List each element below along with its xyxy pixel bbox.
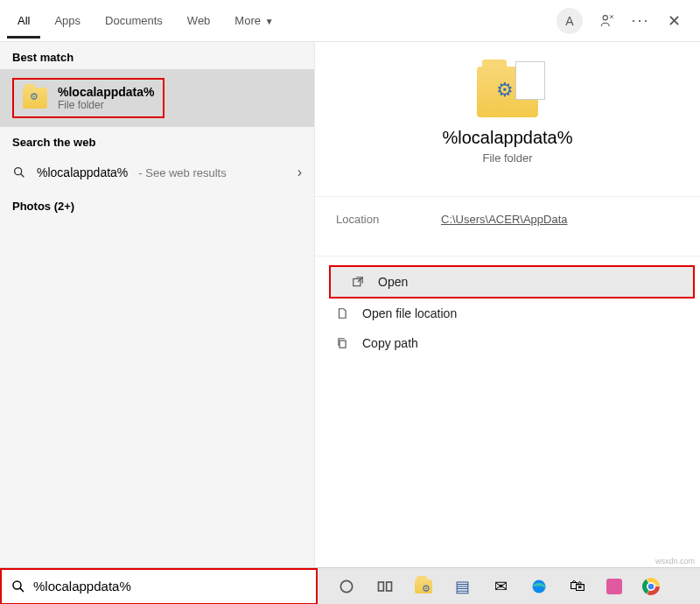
copy-path-label: Copy path	[362, 336, 418, 350]
svg-line-2	[21, 174, 24, 178]
svg-line-6	[20, 587, 24, 591]
photos-label[interactable]: Photos (2+)	[0, 191, 314, 218]
tabs: All Apps Documents Web More ▼	[7, 4, 284, 39]
store-icon[interactable]: 🛍	[568, 577, 587, 596]
tab-documents[interactable]: Documents	[94, 4, 173, 39]
right-pane: %localappdata% File folder Location C:\U…	[315, 42, 700, 567]
web-result[interactable]: %localappdata% - See web results ›	[0, 154, 314, 191]
search-web-label: Search the web	[0, 127, 314, 154]
app-pink-icon[interactable]	[606, 579, 622, 594]
folder-large-icon	[477, 67, 538, 117]
svg-rect-9	[387, 582, 392, 591]
top-bar: All Apps Documents Web More ▼ A ✕	[0, 0, 700, 42]
location-row: Location C:\Users\ACER\AppData	[315, 197, 700, 242]
best-match-result[interactable]: %localappdata% File folder	[0, 69, 314, 127]
feedback-icon[interactable]	[598, 12, 616, 30]
left-pane: Best match %localappdata% File folder Se…	[0, 42, 315, 567]
close-icon[interactable]: ✕	[665, 12, 682, 30]
open-file-location-action[interactable]: Open file location	[315, 298, 700, 328]
search-icon	[10, 579, 26, 594]
open-label: Open	[378, 275, 408, 289]
main-area: Best match %localappdata% File folder Se…	[0, 42, 700, 567]
file-location-icon	[336, 307, 350, 320]
svg-point-7	[340, 580, 352, 592]
svg-rect-4	[340, 341, 346, 348]
svg-point-0	[603, 15, 607, 19]
more-options-icon[interactable]	[632, 12, 649, 30]
location-value[interactable]: C:\Users\ACER\AppData	[441, 213, 568, 226]
open-icon	[352, 276, 366, 288]
copy-path-action[interactable]: Copy path	[315, 328, 700, 358]
taskbar-search[interactable]	[0, 568, 318, 605]
preview-title: %localappdata%	[336, 128, 679, 148]
cortana-icon[interactable]	[337, 577, 356, 596]
svg-rect-8	[379, 582, 384, 591]
tab-apps[interactable]: Apps	[44, 4, 91, 39]
best-match-title: %localappdata%	[58, 85, 154, 99]
preview-subtitle: File folder	[336, 151, 679, 165]
svg-point-5	[13, 581, 21, 589]
taskbar-icons: ▤ ✉ 🛍	[318, 577, 661, 596]
taskbar: ▤ ✉ 🛍 wsxdn.com	[0, 567, 700, 604]
file-explorer-icon[interactable]	[414, 577, 433, 596]
best-match-subtitle: File folder	[58, 99, 154, 111]
search-icon	[12, 165, 26, 179]
copy-icon	[336, 337, 350, 349]
location-label: Location	[336, 213, 441, 226]
actions-list: Open Open file location Copy path	[315, 256, 700, 358]
word-icon[interactable]: ▤	[452, 577, 472, 596]
edge-icon[interactable]	[529, 577, 549, 596]
mail-icon[interactable]: ✉	[491, 577, 510, 596]
watermark: wsxdn.com	[655, 557, 695, 565]
svg-point-1	[15, 168, 22, 175]
folder-icon	[23, 88, 47, 109]
best-match-label: Best match	[0, 42, 314, 69]
web-result-query: %localappdata%	[37, 165, 128, 179]
chrome-icon[interactable]	[641, 577, 661, 596]
web-result-hint: - See web results	[138, 166, 226, 179]
user-avatar[interactable]: A	[556, 8, 583, 34]
task-view-icon[interactable]	[375, 577, 395, 596]
tab-web[interactable]: Web	[177, 4, 221, 39]
preview-block: %localappdata% File folder	[315, 42, 700, 182]
taskbar-search-input[interactable]	[33, 579, 307, 593]
tab-more[interactable]: More ▼	[224, 4, 284, 39]
svg-point-15	[648, 583, 654, 589]
chevron-down-icon: ▼	[262, 17, 274, 26]
tab-all[interactable]: All	[7, 4, 40, 39]
open-file-location-label: Open file location	[362, 306, 457, 320]
top-right-controls: A ✕	[556, 8, 693, 34]
chevron-right-icon: ›	[298, 165, 302, 180]
open-action[interactable]: Open	[329, 265, 695, 298]
